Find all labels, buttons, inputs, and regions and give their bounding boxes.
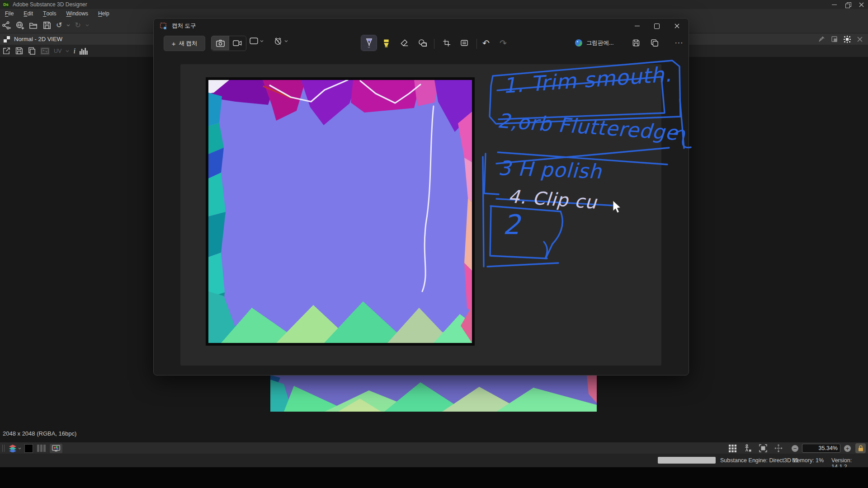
pan-move-icon[interactable] bbox=[774, 444, 783, 452]
toolbar-separator bbox=[476, 39, 477, 49]
sd-minimize-button[interactable] bbox=[827, 0, 841, 9]
pin-icon[interactable] bbox=[818, 36, 825, 42]
crop-tool[interactable] bbox=[439, 36, 454, 50]
chevron-down-icon bbox=[284, 40, 288, 42]
toolbar-separator bbox=[434, 39, 434, 49]
snip-minimize-button[interactable] bbox=[627, 19, 647, 33]
mannequin-scale-icon[interactable] bbox=[744, 444, 752, 452]
redo-icon[interactable]: ↻ bbox=[75, 22, 80, 29]
texture-strip-image bbox=[270, 375, 597, 412]
panel-close-icon[interactable] bbox=[857, 37, 863, 42]
memory-status: Memory: 1% bbox=[792, 457, 824, 464]
menu-edit[interactable]: Edit bbox=[19, 9, 38, 18]
shapes-tool[interactable] bbox=[415, 36, 430, 50]
save-icon[interactable] bbox=[42, 21, 52, 30]
sd-menu-bar: File Edit Tools Windows Help bbox=[0, 9, 868, 18]
snip-save-button[interactable] bbox=[629, 36, 643, 50]
snip-copy-button[interactable] bbox=[647, 36, 662, 50]
redo-chevron-icon[interactable] bbox=[85, 24, 89, 27]
captured-texture-image bbox=[208, 80, 472, 343]
ballpoint-pen-tool[interactable] bbox=[361, 35, 377, 51]
checker-icon bbox=[4, 36, 10, 42]
menu-file[interactable]: File bbox=[0, 9, 19, 18]
capture-mode-group bbox=[211, 36, 246, 51]
sd-close-button[interactable] bbox=[854, 0, 868, 9]
rgb-display-toggle[interactable] bbox=[50, 444, 62, 453]
snip-undo-button[interactable]: ↶ bbox=[479, 36, 493, 50]
image-placeholder-icon[interactable] bbox=[40, 47, 50, 55]
save-view-icon[interactable] bbox=[15, 47, 24, 55]
plus-icon: + bbox=[172, 40, 176, 47]
background-color-swatch[interactable] bbox=[24, 444, 33, 453]
video-capture-button[interactable] bbox=[229, 36, 245, 50]
more-options-button[interactable]: ··· bbox=[672, 36, 686, 50]
undo-chevron-icon[interactable] bbox=[66, 24, 70, 27]
zoom-out-button[interactable]: − bbox=[792, 445, 798, 452]
paint-app-icon bbox=[575, 39, 583, 47]
new-capture-button[interactable]: + 새 캡처 bbox=[164, 36, 205, 51]
canvas-resolution-label: 2048 x 2048 (RGBA, 16bpc) bbox=[3, 430, 76, 437]
new-capture-label: 새 캡처 bbox=[179, 40, 197, 47]
dock-icon[interactable] bbox=[831, 36, 837, 42]
edit-in-paint-label: 그림판에... bbox=[586, 39, 613, 47]
snip-window-title: 캡처 도구 bbox=[172, 22, 196, 30]
sd-status-bar: Substance Engine: Direct3D 11 Memory: 1%… bbox=[0, 454, 868, 467]
snip-redo-button[interactable]: ↷ bbox=[496, 36, 510, 50]
sd-title-bar: Ds Adobe Substance 3D Designer bbox=[0, 0, 868, 9]
info-icon[interactable]: i bbox=[73, 47, 75, 55]
export-view-icon[interactable] bbox=[2, 47, 11, 55]
grid-toggle-icon[interactable] bbox=[729, 445, 736, 452]
chevron-down-icon bbox=[260, 40, 264, 42]
new-package-icon[interactable] bbox=[15, 21, 24, 30]
layers-stack-icon[interactable] bbox=[8, 444, 17, 452]
zoom-lock-toggle[interactable] bbox=[855, 443, 866, 453]
bottom-black-strip bbox=[0, 467, 868, 488]
edit-in-paint-button[interactable]: 그림판에... bbox=[572, 36, 616, 50]
uv-chevron-icon[interactable] bbox=[66, 50, 69, 52]
layers-chevron-icon[interactable] bbox=[18, 447, 21, 450]
substance-logo: Ds bbox=[3, 1, 9, 8]
open-folder-icon[interactable] bbox=[29, 21, 38, 30]
chevron-down-icon bbox=[367, 47, 371, 48]
text-actions-tool[interactable] bbox=[457, 36, 472, 50]
copy-view-icon[interactable] bbox=[28, 47, 36, 55]
histogram-icon[interactable] bbox=[80, 47, 88, 55]
eraser-tool[interactable] bbox=[397, 36, 412, 50]
zoom-in-button[interactable]: + bbox=[844, 445, 851, 452]
engine-status: Substance Engine: Direct3D 11 bbox=[720, 457, 798, 464]
photo-capture-button[interactable] bbox=[212, 36, 229, 50]
desktop: Ds Adobe Substance 3D Designer File Edit… bbox=[0, 0, 868, 488]
menu-windows[interactable]: Windows bbox=[61, 9, 93, 18]
snip-maximize-button[interactable] bbox=[647, 19, 667, 33]
uv-mode-label[interactable]: UV bbox=[54, 48, 61, 54]
snip-shape-dropdown[interactable] bbox=[250, 38, 264, 44]
undo-icon[interactable]: ↺ bbox=[56, 22, 62, 29]
channels-columns-icon[interactable] bbox=[37, 445, 46, 452]
share-graph-icon[interactable] bbox=[2, 21, 11, 30]
fit-view-icon[interactable] bbox=[759, 444, 767, 452]
sd-window-title: Adobe Substance 3D Designer bbox=[13, 1, 87, 8]
focus-highlight-icon[interactable] bbox=[844, 36, 851, 43]
snipping-tool-window: 캡처 도구 + 새 캡처 bbox=[153, 18, 689, 375]
highlighter-tool[interactable] bbox=[379, 36, 393, 50]
snip-toolbar: + 새 캡처 bbox=[154, 33, 689, 53]
menu-tools[interactable]: Tools bbox=[38, 9, 61, 18]
snipping-tool-icon bbox=[160, 23, 167, 30]
zoom-level-input[interactable]: 35.34% bbox=[802, 444, 840, 453]
sd-bottom-toolbar: − 35.34% + bbox=[0, 442, 868, 454]
sd-restore-button[interactable] bbox=[841, 0, 854, 9]
snip-close-button[interactable] bbox=[667, 19, 687, 33]
menu-help[interactable]: Help bbox=[93, 9, 114, 18]
snip-title-bar: 캡처 도구 bbox=[154, 19, 689, 33]
progress-bar bbox=[658, 457, 716, 464]
captured-screenshot bbox=[206, 77, 475, 346]
delay-dropdown[interactable] bbox=[274, 37, 288, 45]
view-tab-title: Normal - 2D VIEW bbox=[14, 36, 62, 42]
